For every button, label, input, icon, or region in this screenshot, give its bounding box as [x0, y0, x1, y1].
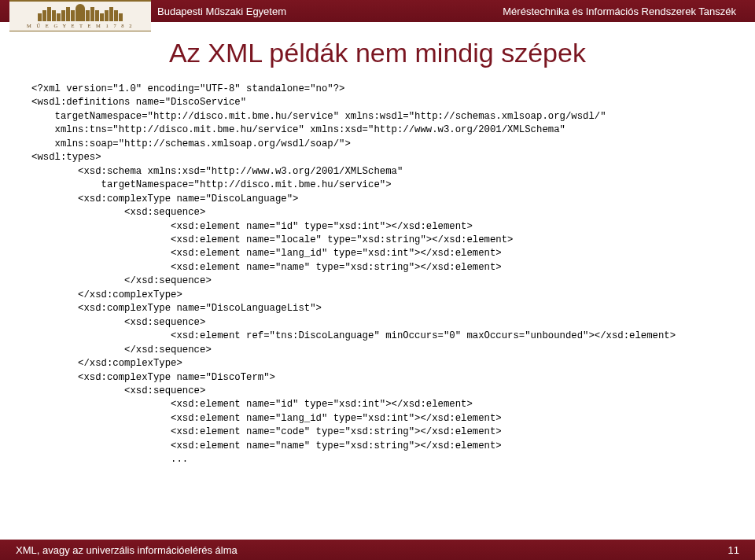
header-department-name: Méréstechnika és Információs Rendszerek … — [503, 6, 736, 17]
slide-title: Az XML példák nem mindig szépek — [31, 38, 724, 68]
page-number: 11 — [728, 544, 739, 556]
slide-content: Az XML példák nem mindig szépek <?xml ve… — [0, 22, 755, 467]
logo-text: M Ű E G Y E T E M 1 7 8 2 — [27, 23, 134, 28]
xml-code-block: <?xml version="1.0" encoding="UTF-8" sta… — [31, 83, 724, 467]
footer-title: XML, avagy az univerzális információelér… — [16, 544, 238, 556]
university-logo: M Ű E G Y E T E M 1 7 8 2 — [9, 0, 151, 31]
header-university-name: Budapesti Műszaki Egyetem — [157, 6, 286, 17]
slide-footer: XML, avagy az univerzális információelér… — [0, 540, 755, 560]
logo-building-icon — [17, 4, 143, 21]
